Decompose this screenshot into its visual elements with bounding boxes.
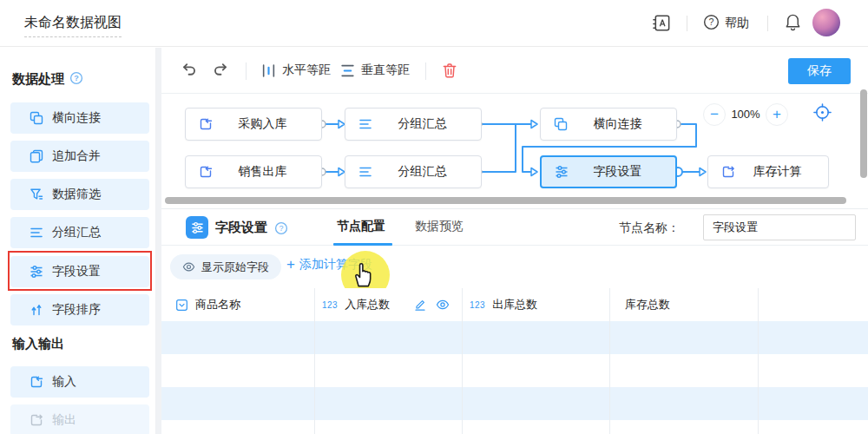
notification-bell-icon[interactable] (783, 12, 803, 36)
horizontal-spacing-button[interactable]: 水平等距 (261, 62, 331, 78)
sidebar-item-input[interactable]: 输入 (10, 366, 149, 398)
sidebar-section-io: 输入输出 (12, 336, 64, 352)
panel-title: 字段设置 (215, 220, 267, 236)
sidebar-item-label: 字段排序 (52, 302, 101, 318)
column-label: 库存总数 (625, 297, 670, 312)
column-divider (462, 288, 463, 434)
join-icon (554, 117, 568, 131)
node-sales-outbound[interactable]: 销售出库 (185, 155, 322, 188)
undo-icon (180, 61, 199, 80)
vertical-scrollbar[interactable] (860, 89, 867, 178)
sidebar-item-append[interactable]: 追加合并 (10, 141, 149, 172)
topbar: 未命名数据视图 ? 帮助 (0, 0, 868, 47)
table-row (161, 321, 868, 354)
zoom-in-button[interactable]: + (766, 103, 788, 126)
panel-actions-row: 显示原始字段 + 添加计算字段 (161, 247, 868, 288)
flow-canvas[interactable]: 采购入库 分组汇总 销售出库 分组汇总 横向 (161, 94, 868, 208)
horizontal-spacing-label: 水平等距 (282, 62, 331, 78)
canvas-toolbar: 水平等距 垂直等距 保存 (161, 48, 868, 94)
section-help-icon[interactable]: ? (69, 71, 83, 88)
node-group-summary-2[interactable]: 分组汇总 (345, 155, 482, 188)
field-settings-icon (30, 265, 43, 279)
node-field-settings[interactable]: 字段设置 (540, 155, 677, 188)
node-group-summary-1[interactable]: 分组汇总 (345, 108, 482, 141)
node-label: 销售出库 (213, 164, 312, 180)
sidebar-item-group[interactable]: 分组汇总 (10, 217, 149, 248)
contacts-icon[interactable] (652, 13, 672, 36)
document-title[interactable]: 未命名数据视图 (24, 14, 122, 37)
column-header-inventory-total[interactable]: 库存总数 (609, 288, 758, 321)
group-summary-icon (30, 226, 43, 240)
svg-text:?: ? (74, 74, 79, 82)
horizontal-spacing-icon (261, 63, 276, 78)
trash-icon (441, 62, 458, 79)
input-icon (199, 117, 213, 131)
preview-table-header: 商品名称 123 入库总数 123 出库总数 库存总数 (161, 288, 868, 321)
add-calculated-field-button[interactable]: + 添加计算字段 (286, 257, 372, 273)
column-divider (314, 288, 315, 434)
table-row (161, 387, 868, 420)
active-tab-underline (333, 243, 392, 246)
sidebar-item-filter[interactable]: 数据筛选 (10, 179, 149, 210)
edit-icon[interactable] (413, 298, 427, 312)
eye-icon[interactable] (436, 298, 450, 312)
zoom-level: 100% (726, 108, 766, 121)
field-sort-icon (30, 303, 43, 317)
undo-button[interactable] (180, 61, 199, 83)
help-button[interactable]: ? 帮助 (703, 14, 749, 33)
vertical-spacing-button[interactable]: 垂直等距 (340, 62, 410, 78)
node-label: 横向连接 (568, 116, 667, 132)
horizontal-scrollbar[interactable] (165, 197, 846, 204)
column-divider (758, 288, 759, 434)
node-purchase-inbound[interactable]: 采购入库 (185, 108, 322, 141)
column-label: 入库总数 (345, 297, 390, 312)
user-avatar[interactable] (812, 9, 840, 36)
field-settings-icon (555, 165, 569, 179)
column-header-inbound-total[interactable]: 123 入库总数 (314, 288, 462, 321)
redo-button[interactable] (211, 61, 230, 83)
tab-node-config[interactable]: 节点配置 (337, 219, 385, 234)
panel-help-icon[interactable]: ? (274, 221, 288, 239)
show-original-fields-button[interactable]: 显示原始字段 (170, 254, 281, 279)
node-inventory-calc[interactable]: 库存计算 (707, 155, 829, 188)
column-label: 出库总数 (492, 297, 537, 312)
toolbar-divider (246, 62, 247, 80)
join-icon (30, 111, 43, 125)
tab-data-preview[interactable]: 数据预览 (415, 219, 464, 234)
node-label: 库存计算 (735, 164, 819, 180)
column-header-outbound-total[interactable]: 123 出库总数 (462, 288, 609, 321)
field-settings-icon (186, 216, 208, 239)
topbar-divider (767, 16, 768, 31)
input-icon (199, 165, 213, 179)
zoom-out-button[interactable]: − (703, 103, 726, 126)
sidebar-item-label: 追加合并 (52, 148, 101, 164)
sidebar: 数据处理 ? 横向连接 追加合并 (0, 48, 156, 434)
delete-button[interactable] (441, 62, 458, 82)
group-summary-icon (358, 165, 372, 179)
toolbar-divider (425, 62, 426, 80)
node-label: 分组汇总 (372, 164, 472, 180)
locate-icon[interactable] (812, 102, 832, 126)
help-icon: ? (703, 14, 720, 33)
node-name-label: 节点名称： (619, 220, 680, 236)
save-button[interactable]: 保存 (788, 58, 851, 84)
sidebar-item-field-settings[interactable]: 字段设置 (10, 256, 149, 287)
sidebar-item-field-sort[interactable]: 字段排序 (10, 294, 149, 326)
node-config-panel-header: 字段设置 ? 节点配置 数据预览 节点名称： (161, 208, 868, 246)
topbar-divider (687, 16, 687, 31)
sidebar-item-label: 数据筛选 (52, 187, 101, 202)
table-row (161, 354, 868, 387)
node-label: 字段设置 (569, 164, 667, 180)
column-header-empty (758, 288, 868, 321)
node-name-input[interactable] (703, 214, 856, 240)
number-type-badge: 123 (322, 300, 338, 310)
column-label: 商品名称 (195, 297, 240, 312)
app-window: 未命名数据视图 ? 帮助 (0, 0, 868, 434)
eye-icon (182, 260, 195, 273)
sidebar-item-join[interactable]: 横向连接 (10, 102, 149, 134)
sidebar-item-label: 分组汇总 (52, 225, 101, 240)
node-join[interactable]: 横向连接 (540, 108, 677, 141)
column-header-product-name[interactable]: 商品名称 (161, 288, 314, 321)
help-label: 帮助 (725, 16, 749, 31)
vertical-spacing-icon (340, 63, 355, 78)
